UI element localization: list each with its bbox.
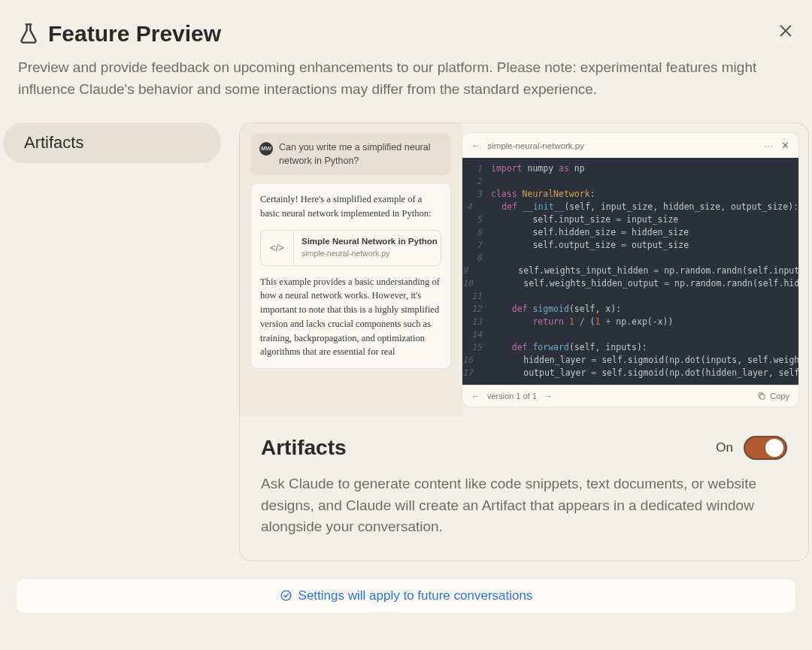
code-line: 9 self.weights_input_hidden = np.random.…	[462, 265, 798, 277]
code-footer: ← version 1 of 1 → Copy	[462, 385, 798, 407]
code-filename: simple-neural-network.py	[488, 141, 584, 150]
code-line: 10 self.weights_hidden_output = np.rando…	[462, 277, 798, 290]
footer-message: Settings will apply to future conversati…	[298, 588, 533, 603]
more-menu[interactable]: ···	[764, 141, 774, 150]
code-line: 1import numpy as np	[462, 162, 798, 175]
close-button[interactable]	[777, 23, 794, 42]
prev-version-button[interactable]: ←	[471, 392, 480, 401]
code-line: 6 self.hidden_size = hidden_size	[462, 226, 798, 239]
copy-icon	[757, 392, 766, 401]
sidebar-item-label: Artifacts	[24, 133, 83, 152]
code-line: 14	[462, 328, 798, 341]
code-panel: ← simple-neural-network.py ··· ✕ 1import…	[462, 132, 799, 407]
artifact-card[interactable]: </> Simple Neural Network in Python simp…	[260, 230, 441, 266]
code-line: 5 self.input_size = input_size	[462, 213, 798, 226]
page-title: Feature Preview	[48, 21, 221, 47]
artifact-title: Simple Neural Network in Python	[301, 236, 438, 246]
code-line: 17 output_layer = self.sigmoid(np.dot(hi…	[462, 367, 798, 379]
chat-column: MW Can you write me a simplified neural …	[240, 123, 462, 416]
code-icon: </>	[261, 231, 294, 265]
user-message-text: Can you write me a simplified neural net…	[279, 141, 442, 168]
code-line: 12 def sigmoid(self, x):	[462, 303, 798, 316]
svg-rect-0	[760, 395, 765, 399]
code-line: 16 hidden_layer = self.sigmoid(np.dot(in…	[462, 354, 798, 367]
feature-panel: MW Can you write me a simplified neural …	[239, 122, 809, 561]
flask-icon	[18, 23, 39, 45]
feature-toggle[interactable]	[744, 436, 787, 460]
panel-close-button[interactable]: ✕	[781, 140, 789, 151]
code-line: 2	[462, 175, 798, 188]
sidebar-item-artifacts[interactable]: Artifacts	[3, 122, 221, 163]
feature-title: Artifacts	[261, 436, 705, 460]
code-line: 7 self.output_size = output_size	[462, 239, 798, 252]
artifact-filename: simple-neural-network.py	[301, 248, 438, 260]
code-line: 11	[462, 290, 798, 303]
code-line: 3class NeuralNetwork:	[462, 188, 798, 201]
toggle-knob	[765, 439, 783, 457]
version-text: version 1 of 1	[487, 392, 537, 401]
code-line: 4 def __init__(self, input_size, hidden_…	[462, 201, 798, 213]
code-line: 8	[462, 252, 798, 265]
assistant-followup: This example provides a basic understand…	[260, 277, 440, 358]
toggle-state-label: On	[716, 440, 733, 455]
user-message: MW Can you write me a simplified neural …	[250, 134, 451, 175]
close-icon	[777, 23, 794, 39]
assistant-message: Certainly! Here's a simplified example o…	[250, 183, 451, 369]
code-line: 15 def forward(self, inputs):	[462, 341, 798, 354]
sidebar: Artifacts	[3, 122, 221, 561]
feature-description: Ask Claude to generate content like code…	[261, 473, 787, 538]
avatar: MW	[259, 142, 273, 156]
assistant-intro: Certainly! Here's a simplified example o…	[260, 194, 431, 219]
code-body[interactable]: 1import numpy as np23class NeuralNetwork…	[462, 158, 798, 385]
next-version-button[interactable]: →	[544, 392, 553, 401]
code-line: 13 return 1 / (1 + np.exp(-x))	[462, 316, 798, 328]
copy-label: Copy	[770, 392, 789, 401]
back-button[interactable]: ←	[471, 141, 480, 150]
feature-section: Artifacts On Ask Claude to generate cont…	[240, 416, 808, 561]
svg-point-1	[281, 591, 291, 600]
modal-header: Feature Preview Preview and provide feed…	[0, 0, 812, 113]
check-circle-icon	[280, 589, 292, 602]
page-subtitle: Preview and provide feedback on upcoming…	[18, 57, 794, 100]
footer-banner: Settings will apply to future conversati…	[17, 579, 795, 612]
preview-area: MW Can you write me a simplified neural …	[240, 123, 808, 416]
code-header: ← simple-neural-network.py ··· ✕	[462, 133, 798, 158]
copy-button[interactable]: Copy	[757, 392, 789, 401]
